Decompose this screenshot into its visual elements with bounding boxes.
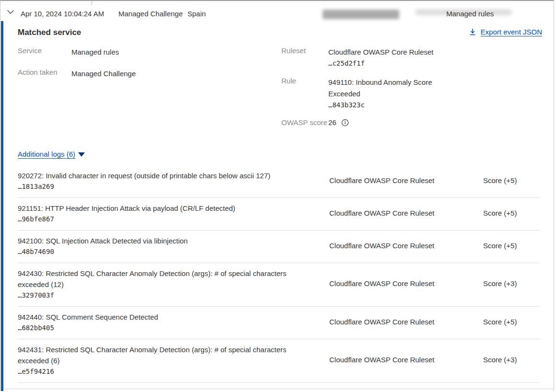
log-rule-description: 921151: HTTP Header Injection Attack via… xyxy=(18,203,304,214)
rule-field: Rule 949110: Inbound Anomaly Score Excee… xyxy=(281,77,454,109)
event-action: Managed Challenge xyxy=(118,10,183,18)
additional-log-row: 942440: SQL Comment Sequence Detected …6… xyxy=(18,307,540,339)
log-ruleset-name: Cloudflare OWASP Core Ruleset xyxy=(329,176,483,184)
additional-logs-toggle[interactable]: Additional logs (6) xyxy=(18,150,85,158)
matched-service-header: Matched service Export event JSON xyxy=(18,28,542,37)
log-ruleset-name: Cloudflare OWASP Core Ruleset xyxy=(329,242,483,250)
log-rule-description: 920272: Invalid character in request (ou… xyxy=(18,170,304,181)
log-ruleset-name: Cloudflare OWASP Core Ruleset xyxy=(329,279,483,288)
log-score: Score (+5) xyxy=(483,209,540,217)
additional-log-row: 942431: Restricted SQL Character Anomaly… xyxy=(18,339,540,383)
event-row-header[interactable]: Apr 10, 2024 10:04:24 AM Managed Challen… xyxy=(0,1,554,21)
additional-log-row: 942430: Restricted SQL Character Anomaly… xyxy=(18,263,540,307)
rule-id: …843b323c xyxy=(328,101,445,109)
service-label: Service xyxy=(18,46,71,58)
log-score: Score (+3) xyxy=(483,279,540,288)
action-taken-label: Action taken xyxy=(18,68,71,80)
security-event-expanded-panel: Apr 10, 2024 10:04:24 AM Managed Challen… xyxy=(0,0,554,391)
log-rule-id: …48b74690 xyxy=(18,248,329,255)
export-event-json-link[interactable]: Export event JSON xyxy=(469,28,542,36)
log-rule-id: …3297003f xyxy=(18,291,329,299)
matched-service-fields-left: Service Managed rules Action taken Manag… xyxy=(18,46,136,90)
action-taken-value: Managed Challenge xyxy=(71,68,136,80)
expanded-row-accent-bar xyxy=(1,21,3,391)
log-rule-id: …682bb405 xyxy=(18,324,329,332)
additional-log-row: 921151: HTTP Header Injection Attack via… xyxy=(18,198,540,231)
event-service: Managed rules xyxy=(446,10,494,18)
log-rule-description: 942440: SQL Comment Sequence Detected xyxy=(18,311,304,323)
next-row-divider xyxy=(5,389,554,389)
log-rule-block: 942431: Restricted SQL Character Anomaly… xyxy=(18,344,329,375)
log-score: Score (+5) xyxy=(483,242,540,250)
redacted-value xyxy=(323,10,399,19)
rule-value: 949110: Inbound Anomaly Score Exceeded xyxy=(328,77,445,100)
log-rule-id: …e5f94216 xyxy=(18,368,329,375)
log-score: Score (+3) xyxy=(483,356,540,364)
matched-service-fields-right: Ruleset Cloudflare OWASP Core Ruleset …c… xyxy=(281,46,454,137)
log-score: Score (+5) xyxy=(483,176,540,184)
log-ruleset-name: Cloudflare OWASP Core Ruleset xyxy=(329,318,483,326)
log-rule-block: 942430: Restricted SQL Character Anomaly… xyxy=(18,268,329,299)
additional-logs-label: Additional logs (6) xyxy=(18,150,75,158)
ruleset-field: Ruleset Cloudflare OWASP Core Ruleset …c… xyxy=(281,46,454,67)
additional-log-row: 920272: Invalid character in request (ou… xyxy=(18,165,540,198)
log-score: Score (+5) xyxy=(483,318,540,326)
section-title: Matched service xyxy=(18,28,81,37)
chevron-down-icon[interactable] xyxy=(7,10,14,14)
event-country: Spain xyxy=(187,10,206,18)
log-ruleset-name: Cloudflare OWASP Core Ruleset xyxy=(329,356,483,364)
ruleset-value: Cloudflare OWASP Core Ruleset xyxy=(328,46,433,58)
ruleset-label: Ruleset xyxy=(281,46,328,67)
rule-label: Rule xyxy=(281,77,328,109)
ruleset-id: …c25d2f1f xyxy=(328,59,433,67)
owasp-score-field: OWASP score 26 xyxy=(281,118,454,127)
log-rule-id: …1813a269 xyxy=(18,183,329,190)
log-rule-description: 942430: Restricted SQL Character Anomaly… xyxy=(18,268,304,290)
owasp-score-label: OWASP score xyxy=(281,118,328,127)
info-icon[interactable] xyxy=(341,119,349,127)
owasp-score-value: 26 xyxy=(328,118,336,127)
service-value: Managed rules xyxy=(71,46,119,58)
event-timestamp: Apr 10, 2024 10:04:24 AM xyxy=(21,10,104,18)
triangle-down-icon xyxy=(78,152,85,157)
log-rule-block: 942440: SQL Comment Sequence Detected …6… xyxy=(18,311,329,332)
action-taken-field: Action taken Managed Challenge xyxy=(18,68,136,80)
log-rule-block: 921151: HTTP Header Injection Attack via… xyxy=(18,203,329,223)
log-ruleset-name: Cloudflare OWASP Core Ruleset xyxy=(329,209,483,217)
additional-logs-table: 920272: Invalid character in request (ou… xyxy=(18,165,540,383)
additional-log-row: 942100: SQL Injection Attack Detected vi… xyxy=(18,231,540,263)
log-rule-block: 920272: Invalid character in request (ou… xyxy=(18,170,329,190)
log-rule-description: 942100: SQL Injection Attack Detected vi… xyxy=(18,235,304,246)
export-link-label: Export event JSON xyxy=(481,28,542,36)
service-field: Service Managed rules xyxy=(18,46,136,58)
download-icon xyxy=(469,28,476,36)
log-rule-id: …96bfe867 xyxy=(18,215,329,223)
log-rule-description: 942431: Restricted SQL Character Anomaly… xyxy=(18,344,304,366)
log-rule-block: 942100: SQL Injection Attack Detected vi… xyxy=(18,235,329,255)
